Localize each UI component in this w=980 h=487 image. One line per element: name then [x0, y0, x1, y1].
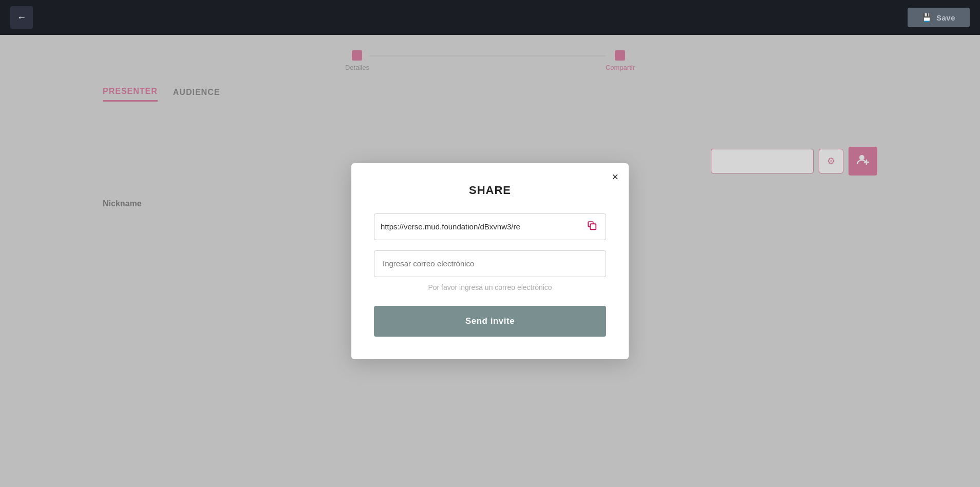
copy-icon: [586, 220, 597, 233]
save-label: Save: [936, 13, 955, 22]
email-hint: Por favor ingresa un correo electrónico: [374, 283, 606, 291]
share-url: https://verse.mud.foundation/dBxvnw3/re: [381, 222, 584, 231]
copy-url-button[interactable]: [584, 218, 599, 236]
main-content: Detalles Compartir PRESENTER AUDIENCE ⚙: [0, 35, 980, 487]
email-input[interactable]: [383, 259, 597, 268]
save-button[interactable]: 💾 Save: [908, 8, 970, 27]
svg-rect-3: [590, 224, 596, 229]
modal-overlay: × SHARE https://verse.mud.foundation/dBx…: [0, 35, 980, 487]
url-row: https://verse.mud.foundation/dBxvnw3/re: [374, 213, 606, 240]
back-button[interactable]: ←: [10, 6, 33, 29]
share-modal: × SHARE https://verse.mud.foundation/dBx…: [351, 163, 629, 359]
send-invite-button[interactable]: Send invite: [374, 306, 606, 337]
top-bar: ← 💾 Save: [0, 0, 980, 35]
modal-title: SHARE: [374, 184, 606, 197]
modal-close-button[interactable]: ×: [612, 171, 618, 183]
save-icon: 💾: [922, 13, 932, 22]
back-arrow-icon: ←: [17, 12, 26, 23]
email-row: [374, 250, 606, 277]
